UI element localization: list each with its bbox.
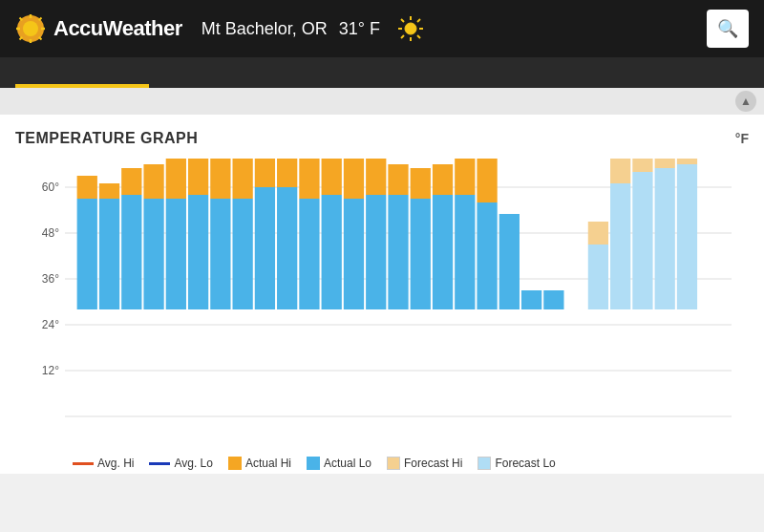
temp-unit: F bbox=[370, 19, 380, 38]
svg-line-15 bbox=[401, 19, 404, 22]
forecast-lo-label: Forecast Lo bbox=[495, 457, 555, 470]
avg-hi-line-icon bbox=[73, 462, 94, 465]
legend-avg-hi: Avg. Hi bbox=[73, 457, 134, 470]
legend-actual-lo: Actual Lo bbox=[307, 457, 371, 470]
nav-bar bbox=[0, 57, 764, 88]
logo-area: AccuWeather bbox=[15, 13, 182, 44]
avg-hi-label: Avg. Hi bbox=[97, 457, 134, 470]
main-content: TEMPERATURE GRAPH °F Avg. Hi Avg. Lo Act… bbox=[0, 115, 764, 474]
header-left: AccuWeather Mt Bachelor, OR 31° F bbox=[15, 13, 424, 44]
forecast-hi-box-icon bbox=[387, 457, 400, 470]
actual-hi-box-icon bbox=[228, 457, 242, 470]
unit-label: °F bbox=[735, 131, 749, 146]
scroll-indicator: ▲ bbox=[0, 88, 764, 115]
svg-line-17 bbox=[417, 19, 420, 22]
search-button[interactable]: 🔍 bbox=[707, 10, 749, 48]
chart-container bbox=[15, 159, 749, 449]
logo-text: AccuWeather bbox=[53, 16, 182, 41]
svg-point-10 bbox=[405, 23, 416, 34]
avg-lo-line-icon bbox=[149, 462, 170, 465]
temperature-text: 31° F bbox=[339, 19, 380, 39]
search-icon: 🔍 bbox=[717, 18, 738, 39]
forecast-lo-box-icon bbox=[478, 457, 491, 470]
nav-tab-indicator bbox=[15, 84, 149, 88]
temperature-chart bbox=[15, 159, 741, 445]
svg-line-16 bbox=[417, 35, 420, 38]
actual-lo-box-icon bbox=[307, 457, 320, 470]
weather-sun-icon bbox=[397, 15, 424, 42]
actual-lo-label: Actual Lo bbox=[324, 457, 371, 470]
chart-legend: Avg. Hi Avg. Lo Actual Hi Actual Lo Fore… bbox=[15, 449, 749, 474]
location-text: Mt Bachelor, OR bbox=[202, 19, 328, 39]
actual-hi-label: Actual Hi bbox=[245, 457, 291, 470]
legend-actual-hi: Actual Hi bbox=[228, 457, 291, 470]
svg-line-6 bbox=[20, 18, 23, 21]
legend-avg-lo: Avg. Lo bbox=[149, 457, 212, 470]
svg-line-8 bbox=[39, 18, 42, 21]
avg-lo-label: Avg. Lo bbox=[174, 457, 212, 470]
svg-point-1 bbox=[23, 21, 38, 36]
legend-forecast-lo: Forecast Lo bbox=[478, 457, 555, 470]
legend-forecast-hi: Forecast Hi bbox=[387, 457, 462, 470]
chart-header: TEMPERATURE GRAPH °F bbox=[15, 130, 749, 147]
header: AccuWeather Mt Bachelor, OR 31° F 🔍 bbox=[0, 0, 764, 57]
chart-title: TEMPERATURE GRAPH bbox=[15, 130, 198, 147]
temp-value: 31° bbox=[339, 19, 365, 38]
forecast-hi-label: Forecast Hi bbox=[404, 457, 462, 470]
svg-line-18 bbox=[401, 35, 404, 38]
scroll-circle: ▲ bbox=[735, 91, 756, 112]
svg-line-7 bbox=[39, 37, 42, 40]
svg-line-9 bbox=[20, 37, 23, 40]
accuweather-logo-icon bbox=[15, 13, 46, 44]
